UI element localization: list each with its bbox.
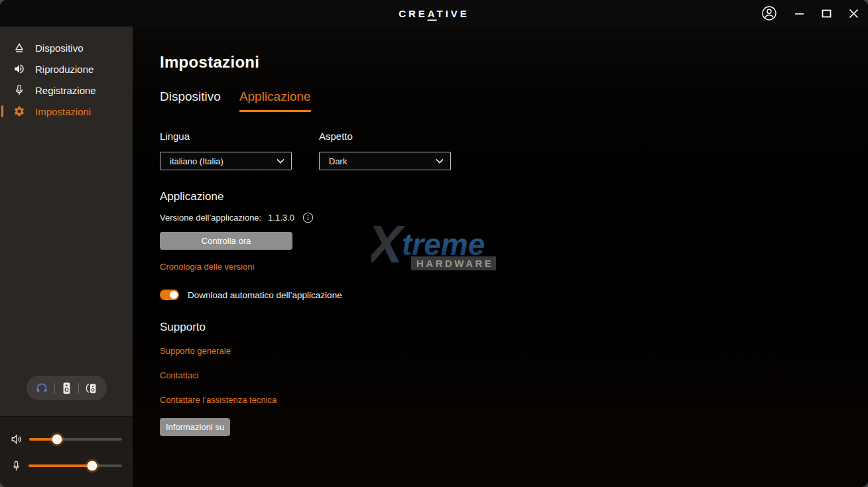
- sidebar-item-impostazioni[interactable]: Impostazioni: [0, 101, 133, 122]
- account-button[interactable]: [761, 5, 777, 21]
- volume-panel: [0, 416, 133, 487]
- appearance-field: Aspetto Dark: [319, 131, 451, 170]
- maximize-icon: [822, 9, 832, 19]
- support-heading: Supporto: [160, 321, 868, 334]
- language-label: Lingua: [160, 131, 292, 142]
- version-row: Versione dell’applicazione: 1.1.3.0: [160, 212, 868, 223]
- appearance-selected-value: Dark: [329, 156, 347, 166]
- info-icon: [302, 212, 314, 223]
- maximize-button[interactable]: [822, 9, 832, 19]
- about-button[interactable]: Informazioni su: [160, 418, 230, 436]
- surround-speaker-device-button[interactable]: [85, 382, 98, 395]
- version-value: 1.1.3.0: [268, 213, 294, 223]
- toggle-knob: [170, 291, 178, 299]
- sidebar-nav: Dispositivo Riproduzione: [0, 27, 133, 122]
- settings-page: Impostazioni Dispositivo Applicazione Li…: [133, 27, 868, 436]
- creative-logo: CREATIVE: [399, 8, 469, 19]
- mic-volume-thumb[interactable]: [87, 461, 97, 471]
- contact-us-link[interactable]: Contattaci: [160, 367, 199, 384]
- version-info-button[interactable]: [302, 212, 314, 223]
- close-icon: [849, 9, 859, 19]
- logo-underlined-a: A: [428, 8, 437, 21]
- sidebar-item-label: Dispositivo: [35, 42, 84, 54]
- pill-divider: [78, 383, 79, 394]
- technical-support-link[interactable]: Contattare l’assistenza tecnica: [160, 392, 277, 408]
- close-button[interactable]: [849, 9, 859, 19]
- chevron-down-icon: [436, 158, 444, 164]
- chevron-down-icon: [277, 158, 284, 164]
- support-links: Supporto generale Contattaci Contattare …: [160, 343, 868, 416]
- auto-download-label: Download automatico dell’applicazione: [188, 290, 342, 300]
- sidebar-item-registrazione[interactable]: Registrazione: [0, 80, 133, 101]
- pill-divider: [54, 383, 55, 394]
- sidebar-item-label: Registrazione: [35, 85, 96, 96]
- language-selected-value: italiano (Italia): [170, 156, 223, 166]
- language-field: Lingua italiano (Italia): [160, 131, 292, 170]
- application-heading: Applicazione: [160, 190, 868, 203]
- headphones-device-button[interactable]: [35, 382, 48, 395]
- sidebar-item-dispositivo[interactable]: Dispositivo: [0, 37, 133, 58]
- microphone-icon: [13, 84, 25, 96]
- page-title: Impostazioni: [160, 53, 868, 72]
- logo-text: TIVE: [437, 8, 469, 19]
- tab-dispositivo[interactable]: Dispositivo: [160, 89, 221, 112]
- output-volume-thumb[interactable]: [52, 435, 62, 445]
- appearance-select[interactable]: Dark: [319, 152, 451, 170]
- sidebar-item-label: Impostazioni: [35, 106, 91, 117]
- output-volume-slider[interactable]: [29, 438, 122, 441]
- check-now-button[interactable]: Controlla ora: [160, 232, 292, 250]
- window-controls: [761, 5, 859, 21]
- app-window: CREATIVE: [0, 0, 868, 487]
- speaker-surround-icon: [85, 382, 98, 395]
- headphones-icon: [35, 382, 48, 395]
- general-support-link[interactable]: Supporto generale: [160, 343, 231, 359]
- delta-device-icon: [13, 42, 25, 54]
- minimize-icon: [794, 9, 804, 19]
- auto-download-row: Download automatico dell’applicazione: [160, 290, 868, 300]
- tab-applicazione[interactable]: Applicazione: [239, 89, 311, 112]
- output-volume-row: [11, 426, 122, 453]
- sidebar-item-riproduzione[interactable]: Riproduzione: [0, 58, 133, 80]
- language-select[interactable]: italiano (Italia): [160, 152, 292, 170]
- support-section: Supporto Supporto generale Contattaci Co…: [160, 321, 868, 436]
- auto-download-toggle[interactable]: [160, 290, 179, 300]
- speaker-cabinet-icon: [61, 382, 72, 395]
- logo-text: CRE: [399, 8, 428, 19]
- user-account-icon: [761, 5, 777, 21]
- minimize-button[interactable]: [794, 9, 804, 19]
- slider-fill: [29, 464, 92, 467]
- appearance-label: Aspetto: [319, 131, 451, 142]
- main-panel: X treme HARDWARE Impostazioni Dispositiv…: [133, 27, 868, 487]
- preferences-row: Lingua italiano (Italia) Aspetto Dark: [160, 131, 868, 170]
- sidebar: Dispositivo Riproduzione: [0, 27, 133, 487]
- sidebar-item-label: Riproduzione: [35, 64, 93, 75]
- sidebar-spacer: [0, 122, 133, 376]
- titlebar: CREATIVE: [0, 0, 868, 27]
- volume-icon: [11, 433, 23, 445]
- gear-icon: [13, 105, 25, 117]
- speaker-device-button[interactable]: [61, 382, 72, 395]
- mic-volume-row: [11, 453, 122, 479]
- device-switcher: [27, 376, 107, 400]
- mic-volume-slider[interactable]: [29, 464, 122, 467]
- microphone-icon: [11, 460, 22, 472]
- version-label: Versione dell’applicazione:: [160, 213, 261, 223]
- application-section: Applicazione Versione dell’applicazione:…: [160, 190, 868, 300]
- speaker-icon: [13, 63, 25, 75]
- settings-tabs: Dispositivo Applicazione: [160, 89, 868, 112]
- version-history-link[interactable]: Cronologia delle versioni: [160, 262, 254, 272]
